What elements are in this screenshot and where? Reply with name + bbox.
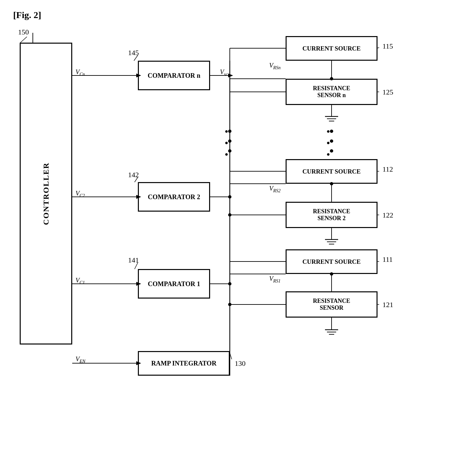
vc1-subscript: C1 — [79, 280, 85, 285]
ellipsis-middle-3: • — [225, 149, 229, 160]
vsc-subscript: sc — [224, 72, 228, 77]
vrs1-label: VRS1 — [269, 275, 281, 284]
ellipsis-right-1: • — [327, 126, 330, 137]
diagram-container: [Fig. 2] 150 CONTROLLER 145 142 141 COMP… — [0, 0, 476, 459]
vc1-label: VC1 — [76, 277, 85, 285]
svg-point-59 — [330, 139, 333, 143]
resistance-sensor-2-label: RESISTANCE SENSOR 2 — [313, 208, 350, 222]
resistance-sensor-2-box: RESISTANCE SENSOR 2 — [286, 202, 378, 228]
ellipsis-right-3: • — [327, 149, 330, 160]
resistance-sensor-n-label: RESISTANCE SENSOR n — [313, 85, 350, 99]
comparator-2-label: COMPARATOR 2 — [148, 193, 200, 201]
ref-121: 121 — [382, 301, 393, 309]
vrsn-subscript: RSn — [273, 65, 281, 70]
svg-marker-11 — [228, 73, 233, 77]
vrs1-subscript: RS1 — [273, 279, 281, 283]
ramp-integrator-label: RAMP INTEGRATOR — [151, 360, 217, 367]
ref-130: 130 — [235, 359, 246, 368]
comparator-1-box: COMPARATOR 1 — [138, 269, 210, 299]
svg-point-13 — [228, 195, 231, 198]
vc2-subscript: C2 — [79, 193, 85, 198]
resistance-sensor-1-box: RESISTANCE SENSOR — [286, 291, 378, 318]
vrs2-subscript: RS2 — [273, 188, 281, 193]
ref-112: 112 — [382, 165, 393, 174]
ref-125: 125 — [382, 88, 393, 96]
ellipsis-middle: • — [225, 126, 229, 137]
vsc-label: Vsc — [220, 68, 228, 77]
ref-142: 142 — [128, 171, 139, 179]
ref-115: 115 — [382, 42, 393, 51]
svg-point-64 — [228, 213, 231, 217]
current-source-n-box: CURRENT SOURCE — [286, 36, 378, 61]
svg-point-66 — [228, 303, 231, 306]
ven-label: VEN — [76, 355, 85, 364]
controller-label: CONTROLLER — [42, 162, 51, 225]
comparator-n-box: COMPARATOR n — [138, 61, 210, 90]
ref-122: 122 — [382, 211, 393, 219]
ref-111: 111 — [382, 255, 393, 264]
vcn-subscript: Cn — [79, 72, 85, 77]
svg-point-15 — [228, 282, 231, 285]
vcn-label: VCn — [76, 68, 85, 77]
current-source-n-label: CURRENT SOURCE — [302, 45, 361, 52]
resistance-sensor-n-box: RESISTANCE SENSOR n — [286, 79, 378, 105]
ref-150: 150 — [18, 28, 29, 36]
current-source-1-box: CURRENT SOURCE — [286, 249, 378, 274]
ref-145: 145 — [128, 49, 139, 57]
vc2-label: VC2 — [76, 190, 85, 198]
ref-141: 141 — [128, 256, 139, 264]
current-source-2-label: CURRENT SOURCE — [302, 168, 361, 175]
vrsn-label: VRSn — [269, 62, 281, 71]
comparator-2-box: COMPARATOR 2 — [138, 182, 210, 212]
svg-line-44 — [20, 37, 27, 43]
ramp-integrator-box: RAMP INTEGRATOR — [138, 351, 230, 376]
vrs2-label: VRS2 — [269, 185, 281, 194]
comparator-1-label: COMPARATOR 1 — [148, 280, 200, 288]
svg-point-58 — [330, 130, 333, 133]
ellipsis-middle-2: • — [225, 138, 229, 148]
svg-point-60 — [330, 149, 333, 153]
ven-subscript: EN — [79, 359, 85, 364]
comparator-n-label: COMPARATOR n — [148, 72, 201, 79]
current-source-2-box: CURRENT SOURCE — [286, 159, 378, 184]
current-source-1-label: CURRENT SOURCE — [302, 258, 361, 265]
figure-label: [Fig. 2] — [13, 10, 41, 20]
ellipsis-right-2: • — [327, 138, 330, 148]
resistance-sensor-1-label: RESISTANCE SENSOR — [313, 298, 350, 311]
controller-box: CONTROLLER — [20, 43, 72, 344]
